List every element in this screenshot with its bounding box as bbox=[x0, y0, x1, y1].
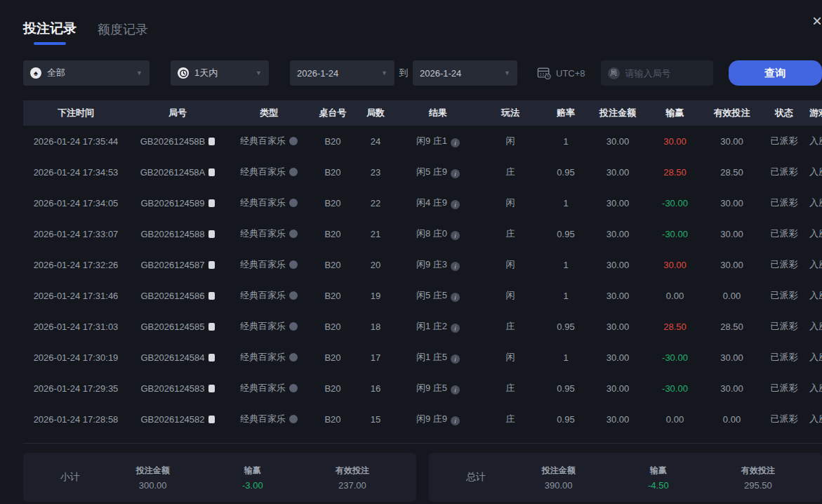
copy-icon[interactable] bbox=[208, 416, 215, 423]
table-cell: 入座 bbox=[809, 197, 822, 209]
table-cell: 19 bbox=[354, 291, 397, 301]
round-number: GB202612458A bbox=[140, 167, 206, 178]
table-cell: 已派彩 bbox=[759, 351, 809, 364]
table-cell: 已派彩 bbox=[759, 289, 809, 302]
table-cell: 0.00 bbox=[645, 414, 705, 425]
copy-icon[interactable] bbox=[208, 138, 215, 145]
tab-bet-records[interactable]: 投注记录 bbox=[23, 20, 77, 45]
game-type-select[interactable]: ♠ 全部 ▼ bbox=[23, 60, 150, 86]
subtotal-winloss: 输赢 -3.00 bbox=[203, 465, 303, 491]
table-cell: 经典百家乐 bbox=[227, 258, 311, 271]
round-number-input[interactable] bbox=[625, 68, 706, 79]
table-cell: B20 bbox=[311, 291, 354, 301]
table-row: 2026-01-24 17:35:44GB202612458B经典百家乐B202… bbox=[23, 126, 822, 157]
table-cell: 入座 bbox=[809, 320, 822, 333]
table-cell: 30.00 bbox=[705, 136, 759, 147]
status-badge: 已派彩 bbox=[771, 352, 798, 362]
game-mode: 入座 bbox=[809, 259, 822, 270]
subtotal-amount: 投注金额 300.00 bbox=[103, 465, 203, 491]
winloss-value: -30.00 bbox=[662, 229, 688, 239]
table-cell: 闲9 庄3i bbox=[397, 258, 479, 272]
round-number: GB2026124586 bbox=[140, 291, 204, 301]
game-type: 经典百家乐 bbox=[240, 290, 286, 300]
copy-icon[interactable] bbox=[208, 292, 215, 300]
copy-icon[interactable] bbox=[208, 354, 215, 362]
total-winloss-label: 输赢 bbox=[609, 465, 708, 477]
round-count: 15 bbox=[371, 414, 380, 425]
status-badge: 已派彩 bbox=[771, 259, 798, 270]
column-header: 局数 bbox=[354, 107, 397, 119]
bet-amount: 30.00 bbox=[606, 136, 630, 147]
table-cell: 入座 bbox=[809, 382, 822, 394]
table-cell: 经典百家乐 bbox=[227, 413, 311, 425]
table-cell: 30.00 bbox=[590, 291, 645, 301]
game-mode: 入座 bbox=[809, 383, 822, 393]
table-number: B20 bbox=[324, 167, 340, 178]
calendar-clock-icon bbox=[537, 67, 551, 79]
table-cell: 经典百家乐 bbox=[227, 166, 311, 178]
status-badge: 已派彩 bbox=[771, 290, 798, 300]
table-cell: 闲8 庄0i bbox=[397, 227, 479, 241]
table-cell: 18 bbox=[354, 321, 397, 332]
table-cell: 闲 bbox=[479, 197, 541, 209]
tab-quota-records[interactable]: 额度记录 bbox=[98, 21, 148, 45]
date-to-value: 2026-1-24 bbox=[420, 68, 461, 79]
bet-time: 2026-01-24 17:31:03 bbox=[34, 321, 119, 332]
round-number: GB202612458B bbox=[140, 136, 206, 147]
info-icon[interactable]: i bbox=[451, 293, 460, 302]
round-count: 16 bbox=[371, 383, 380, 394]
copy-icon[interactable] bbox=[208, 323, 215, 331]
game-type-icon bbox=[289, 415, 298, 423]
total-amount-label: 投注金额 bbox=[509, 465, 609, 477]
column-header: 赔率 bbox=[541, 107, 590, 119]
table-cell: 已派彩 bbox=[759, 320, 809, 333]
table-cell: 0.00 bbox=[705, 291, 759, 301]
spade-icon: ♠ bbox=[30, 67, 41, 79]
query-button[interactable]: 查询 bbox=[729, 60, 822, 86]
time-range-select[interactable]: 1天内 ▼ bbox=[171, 60, 269, 86]
table-cell: B20 bbox=[311, 321, 354, 332]
info-icon[interactable]: i bbox=[451, 385, 460, 394]
table-cell: B20 bbox=[311, 229, 354, 239]
round-number-field: 局 bbox=[601, 60, 713, 86]
table-cell: 已派彩 bbox=[759, 227, 809, 240]
copy-icon[interactable] bbox=[208, 385, 215, 392]
copy-icon[interactable] bbox=[208, 230, 215, 238]
table-cell: 闲5 庄5i bbox=[397, 289, 479, 303]
close-icon[interactable]: × bbox=[807, 11, 822, 32]
bet-time: 2026-01-24 17:32:26 bbox=[34, 260, 119, 270]
round-count: 20 bbox=[371, 260, 380, 270]
table-cell: 闲4 庄9i bbox=[397, 197, 479, 210]
info-icon[interactable]: i bbox=[451, 324, 460, 333]
table-row: 2026-01-24 17:29:35GB2026124583经典百家乐B201… bbox=[23, 373, 822, 404]
info-icon[interactable]: i bbox=[451, 416, 460, 425]
info-icon[interactable]: i bbox=[451, 138, 460, 147]
table-cell: 已派彩 bbox=[759, 197, 809, 209]
table-cell: 庄 bbox=[479, 382, 541, 394]
game-mode: 入座 bbox=[809, 228, 822, 239]
info-icon[interactable]: i bbox=[451, 354, 460, 364]
valid-bet: 30.00 bbox=[720, 229, 743, 239]
result-text: 闲8 庄0 bbox=[416, 228, 447, 239]
table-cell: 闲 bbox=[479, 258, 541, 271]
date-to-picker[interactable]: 2026-1-24 ▼ bbox=[413, 60, 517, 86]
table-cell: 1 bbox=[541, 198, 590, 208]
table-cell: GB2026124587 bbox=[128, 260, 227, 270]
table-cell: 闲 bbox=[479, 351, 541, 364]
info-icon[interactable]: i bbox=[451, 169, 460, 178]
table-cell: 30.00 bbox=[705, 198, 759, 208]
copy-icon[interactable] bbox=[208, 168, 215, 176]
date-from-picker[interactable]: 2026-1-24 ▼ bbox=[290, 60, 395, 86]
copy-icon[interactable] bbox=[208, 261, 215, 269]
copy-icon[interactable] bbox=[208, 199, 215, 207]
table-cell: 2026-01-24 17:32:26 bbox=[23, 260, 128, 270]
round-number: GB2026124584 bbox=[140, 352, 204, 363]
subtotal-valid-label: 有效投注 bbox=[303, 465, 402, 477]
info-icon[interactable]: i bbox=[451, 200, 460, 209]
info-icon[interactable]: i bbox=[451, 262, 460, 271]
table-cell: GB202612458B bbox=[128, 136, 227, 147]
table-row: 2026-01-24 17:31:46GB2026124586经典百家乐B201… bbox=[23, 280, 822, 311]
total-label: 总计 bbox=[443, 471, 509, 484]
result-text: 闲9 庄1 bbox=[416, 135, 447, 146]
info-icon[interactable]: i bbox=[451, 231, 460, 240]
